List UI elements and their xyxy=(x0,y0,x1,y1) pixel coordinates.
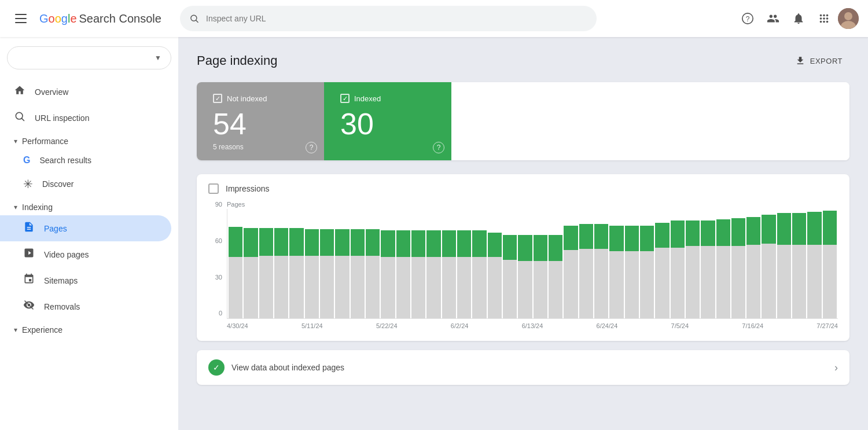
bar-group xyxy=(609,209,623,318)
property-selector[interactable]: ▼ xyxy=(7,46,171,69)
bars-container xyxy=(227,209,838,319)
export-button[interactable]: EXPORT xyxy=(788,51,849,71)
sidebar-item-overview[interactable]: Overview xyxy=(0,79,171,105)
sidebar-item-pages[interactable]: Pages xyxy=(0,215,171,241)
bar-group xyxy=(503,209,517,318)
section-indexing[interactable]: ▾ Indexing xyxy=(0,197,178,215)
section-performance[interactable]: ▾ Performance xyxy=(0,131,178,149)
sitemaps-icon xyxy=(23,273,35,288)
bar-group xyxy=(777,209,791,318)
bar-group xyxy=(625,209,639,318)
impressions-row: Impressions xyxy=(208,183,838,194)
bar-group xyxy=(731,209,745,318)
view-data-text: View data about indexed pages xyxy=(231,363,827,372)
y-label: 30 xyxy=(208,274,222,281)
home-icon xyxy=(14,84,25,99)
bar-group xyxy=(746,209,760,318)
bell-button[interactable] xyxy=(787,7,810,30)
bar-group xyxy=(320,209,334,318)
sidebar-item-video-pages[interactable]: Video pages xyxy=(0,241,171,267)
y-label: 60 xyxy=(208,237,222,244)
bar-group xyxy=(457,209,471,318)
svg-line-1 xyxy=(196,20,198,22)
sidebar: ▼ Overview URL inspection ▾ Performance … xyxy=(0,37,178,430)
bar-group xyxy=(244,209,258,318)
bar-group xyxy=(335,209,349,318)
y-axis: 90 60 30 0 xyxy=(208,201,227,317)
indexed-label: Indexed xyxy=(354,94,381,103)
sidebar-item-search-results[interactable]: G Search results xyxy=(0,149,171,171)
sidebar-item-url-inspection[interactable]: URL inspection xyxy=(0,105,171,131)
bar-group xyxy=(701,209,715,318)
not-indexed-label: Not indexed xyxy=(227,94,267,103)
x-label: 5/22/24 xyxy=(376,322,398,329)
pages-icon xyxy=(23,221,35,236)
not-indexed-card: Not indexed 54 5 reasons ? xyxy=(197,82,324,160)
section-label: Experience xyxy=(22,325,62,335)
help-button[interactable]: ? xyxy=(736,7,759,30)
impressions-label: Impressions xyxy=(226,184,269,193)
sidebar-item-label: Overview xyxy=(35,87,68,97)
svg-line-8 xyxy=(21,118,24,120)
main-layout: ▼ Overview URL inspection ▾ Performance … xyxy=(0,37,868,430)
brand-logo: Google Search Console xyxy=(39,12,161,25)
section-label: Indexing xyxy=(22,203,53,212)
sidebar-item-label: Sitemaps xyxy=(44,276,78,285)
svg-point-5 xyxy=(844,12,852,20)
search-input[interactable] xyxy=(206,14,587,23)
bar-group xyxy=(442,209,456,318)
green-check-icon: ✓ xyxy=(208,359,225,376)
people-button[interactable] xyxy=(762,7,785,30)
bar-group xyxy=(686,209,700,318)
bar-group xyxy=(488,209,502,318)
chevron-down-icon: ▼ xyxy=(155,54,161,62)
index-cards: Not indexed 54 5 reasons ? Indexed 30 ? xyxy=(197,82,849,160)
y-label: 0 xyxy=(208,310,222,317)
x-label: 6/13/24 xyxy=(522,322,543,329)
asterisk-icon: ✳ xyxy=(23,177,33,191)
not-indexed-help-icon[interactable]: ? xyxy=(306,142,317,153)
export-label: EXPORT xyxy=(810,57,843,65)
bar-group xyxy=(396,209,410,318)
sidebar-item-removals[interactable]: Removals xyxy=(0,293,171,319)
x-axis: 4/30/245/11/245/22/246/2/246/13/246/24/2… xyxy=(227,319,838,329)
bar-group xyxy=(381,209,395,318)
bar-group xyxy=(259,209,273,318)
bar-group xyxy=(792,209,806,318)
section-label: Performance xyxy=(22,137,68,146)
sidebar-item-discover[interactable]: ✳ Discover xyxy=(0,171,171,197)
chevron-icon: ▾ xyxy=(14,326,17,334)
section-experience[interactable]: ▾ Experience xyxy=(0,319,178,338)
view-data-row[interactable]: ✓ View data about indexed pages › xyxy=(197,350,849,385)
x-label: 6/24/24 xyxy=(597,322,618,329)
header-icons: ? xyxy=(736,7,859,30)
sidebar-item-label: Discover xyxy=(42,179,73,189)
y-axis-label: Pages xyxy=(227,201,838,208)
bar-group xyxy=(807,209,821,318)
avatar[interactable] xyxy=(838,8,859,29)
bar-group xyxy=(640,209,654,318)
not-indexed-checkbox[interactable] xyxy=(213,94,222,103)
hamburger-button[interactable] xyxy=(9,7,32,30)
x-label: 6/2/24 xyxy=(451,322,469,329)
bar-group xyxy=(534,209,547,318)
sidebar-item-sitemaps[interactable]: Sitemaps xyxy=(0,267,171,293)
bar-group xyxy=(366,209,380,318)
x-label: 7/5/24 xyxy=(671,322,689,329)
search-small-icon xyxy=(14,111,25,125)
chevron-icon: ▾ xyxy=(14,137,17,145)
x-label: 5/11/24 xyxy=(301,322,323,329)
indexed-help-icon[interactable]: ? xyxy=(433,142,444,153)
indexed-checkbox[interactable] xyxy=(340,94,350,103)
search-bar[interactable] xyxy=(180,6,597,31)
indexed-count: 30 xyxy=(340,108,435,141)
bar-group xyxy=(426,209,440,318)
grid-button[interactable] xyxy=(812,7,836,30)
impressions-checkbox[interactable] xyxy=(208,183,219,194)
search-icon xyxy=(189,13,199,24)
content-header: Page indexing EXPORT xyxy=(197,51,849,71)
bar-group xyxy=(411,209,425,318)
chart-placeholder xyxy=(451,82,849,160)
chart-wrapper: 90 60 30 0 Pages 4/30/245/11/245/22/246/… xyxy=(208,201,838,329)
bar-group xyxy=(594,209,608,318)
